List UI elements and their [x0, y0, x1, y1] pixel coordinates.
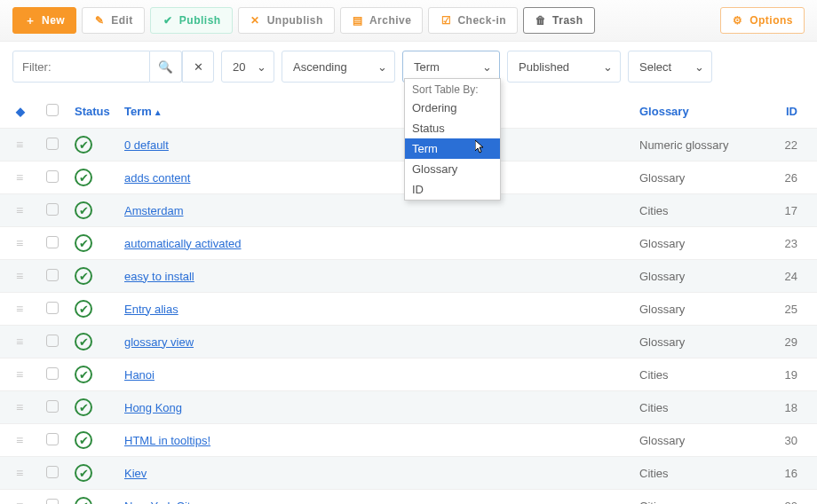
- sort-asc-icon: ▲: [154, 107, 163, 117]
- status-published-icon[interactable]: ✔: [75, 398, 92, 416]
- id-cell: 19: [774, 358, 817, 391]
- status-published-icon[interactable]: ✔: [75, 136, 92, 154]
- dropdown-option[interactable]: ID: [405, 179, 500, 200]
- drag-handle-icon[interactable]: ≡: [16, 499, 23, 504]
- term-link[interactable]: automatically activated: [124, 237, 242, 250]
- row-checkbox[interactable]: [46, 433, 59, 445]
- edit-button[interactable]: ✎Edit: [82, 7, 145, 34]
- options-button[interactable]: ⚙Options: [720, 7, 805, 34]
- glossary-cell: Glossary: [632, 424, 774, 457]
- row-checkbox[interactable]: [46, 400, 59, 413]
- drag-handle-icon[interactable]: ≡: [16, 236, 23, 250]
- state-filter-select[interactable]: Published⌄: [507, 51, 621, 83]
- glossary-cell: Cities: [632, 457, 774, 490]
- term-link[interactable]: glossary view: [124, 335, 194, 349]
- status-published-icon[interactable]: ✔: [75, 169, 92, 186]
- term-link[interactable]: Hanoi: [124, 368, 155, 382]
- drag-handle-icon[interactable]: ≡: [16, 138, 23, 152]
- term-link[interactable]: Kiev: [124, 467, 147, 480]
- row-checkbox[interactable]: [46, 335, 59, 347]
- column-id[interactable]: ID: [774, 95, 817, 129]
- table-row: ≡✔Hong KongCities18: [0, 391, 817, 424]
- table-row: ≡✔HanoiCities19: [0, 358, 817, 391]
- status-published-icon[interactable]: ✔: [75, 267, 92, 285]
- term-link[interactable]: Entry alias: [124, 303, 178, 316]
- term-link[interactable]: HTML in tooltips!: [124, 434, 210, 447]
- glossary-cell: Cities: [632, 391, 774, 424]
- status-published-icon[interactable]: ✔: [75, 234, 92, 252]
- drag-handle-icon[interactable]: ≡: [16, 433, 23, 447]
- id-cell: 20: [774, 490, 817, 505]
- archive-button[interactable]: ▤Archive: [340, 7, 424, 34]
- glossary-cell: Cities: [632, 358, 774, 391]
- chevron-down-icon: ⌄: [694, 60, 704, 74]
- row-checkbox[interactable]: [46, 302, 59, 314]
- filter-input[interactable]: [12, 51, 150, 83]
- status-published-icon[interactable]: ✔: [75, 333, 92, 350]
- glossary-cell: Numeric glossary: [632, 129, 774, 161]
- dropdown-option[interactable]: Glossary: [405, 159, 500, 179]
- drag-handle-icon[interactable]: ≡: [16, 302, 23, 316]
- new-button[interactable]: ＋New: [12, 7, 76, 34]
- column-status[interactable]: Status: [67, 95, 117, 129]
- x-icon: ✕: [250, 14, 262, 27]
- glossary-cell: Glossary: [632, 227, 774, 260]
- term-link[interactable]: Hong Kong: [124, 401, 182, 414]
- row-checkbox[interactable]: [46, 170, 59, 183]
- id-cell: 18: [774, 391, 817, 424]
- page-size-select[interactable]: 20⌄: [221, 51, 274, 83]
- clear-filter-button[interactable]: ✕: [182, 51, 214, 83]
- row-checkbox[interactable]: [46, 203, 59, 216]
- row-checkbox[interactable]: [46, 269, 59, 281]
- drag-handle-icon[interactable]: ≡: [16, 203, 23, 217]
- unpublish-button[interactable]: ✕Unpublish: [238, 7, 335, 34]
- search-button[interactable]: 🔍: [150, 51, 182, 83]
- drag-handle-icon[interactable]: ≡: [16, 335, 23, 349]
- table-row: ≡✔New York CityCities20: [0, 490, 817, 505]
- glossary-cell: Glossary: [632, 326, 774, 358]
- dropdown-option[interactable]: Status: [405, 118, 500, 138]
- row-checkbox[interactable]: [46, 499, 59, 505]
- glossary-cell: Cities: [632, 490, 774, 505]
- chevron-down-icon: ⌄: [482, 60, 492, 74]
- column-select-all[interactable]: [39, 95, 67, 129]
- trash-button[interactable]: 🗑Trash: [523, 7, 595, 34]
- term-link[interactable]: New York City: [124, 500, 196, 505]
- dropdown-option[interactable]: Term: [405, 138, 500, 159]
- gear-icon: ⚙: [732, 14, 744, 27]
- id-cell: 17: [774, 194, 817, 227]
- row-checkbox[interactable]: [46, 138, 59, 150]
- drag-handle-icon[interactable]: ≡: [16, 400, 23, 414]
- term-link[interactable]: Amsterdam: [124, 204, 183, 217]
- column-sort[interactable]: ◆: [0, 95, 39, 129]
- glossary-cell: Glossary: [632, 161, 774, 194]
- sort-direction-select[interactable]: Ascending⌄: [282, 51, 395, 83]
- drag-handle-icon[interactable]: ≡: [16, 367, 23, 382]
- cursor-icon: [475, 140, 486, 153]
- id-cell: 30: [774, 424, 817, 457]
- publish-button[interactable]: ✔Publish: [150, 7, 233, 34]
- row-checkbox[interactable]: [46, 236, 59, 248]
- status-published-icon[interactable]: ✔: [75, 497, 92, 504]
- status-published-icon[interactable]: ✔: [75, 464, 92, 482]
- drag-handle-icon[interactable]: ≡: [16, 269, 23, 283]
- x-icon: ✕: [194, 60, 203, 74]
- dropdown-option[interactable]: Ordering: [405, 98, 500, 118]
- row-checkbox[interactable]: [46, 367, 59, 380]
- drag-handle-icon[interactable]: ≡: [16, 466, 23, 480]
- term-link[interactable]: adds content: [124, 171, 190, 185]
- row-checkbox[interactable]: [46, 466, 59, 478]
- drag-handle-icon[interactable]: ≡: [16, 170, 23, 185]
- glossary-filter-select[interactable]: Select⌄: [628, 51, 712, 83]
- term-link[interactable]: easy to install: [124, 270, 194, 283]
- status-published-icon[interactable]: ✔: [75, 201, 92, 219]
- column-term[interactable]: Term▲: [117, 95, 632, 129]
- column-glossary[interactable]: Glossary: [632, 95, 774, 129]
- status-published-icon[interactable]: ✔: [75, 300, 92, 318]
- term-link[interactable]: 0 default: [124, 138, 169, 152]
- sort-column-dropdown: Sort Table By: OrderingStatusTermGlossar…: [404, 78, 501, 201]
- checkin-button[interactable]: ☑Check-in: [428, 7, 518, 34]
- glossary-cell: Cities: [632, 194, 774, 227]
- status-published-icon[interactable]: ✔: [75, 366, 92, 383]
- status-published-icon[interactable]: ✔: [75, 431, 92, 449]
